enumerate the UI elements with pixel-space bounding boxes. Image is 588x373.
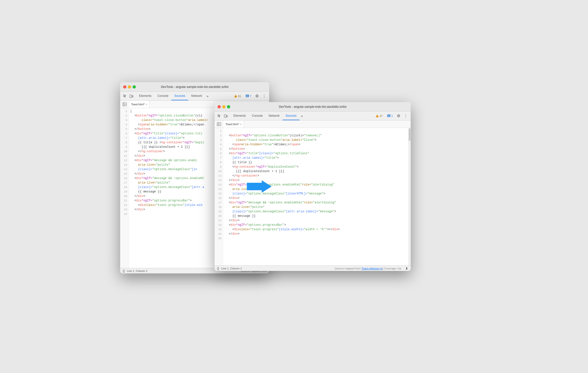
svg-rect-0: [130, 95, 132, 98]
file-tab-close-back[interactable]: ×: [146, 103, 147, 106]
code-line-18-front: aria-live="polite": [225, 205, 409, 209]
info-badge-front[interactable]: 1: [386, 114, 394, 118]
warning-count-front: 27: [380, 114, 383, 117]
code-line-3-front: class="toast-close-button" aria-label="C…: [225, 138, 409, 142]
svg-rect-7: [224, 115, 226, 117]
sidebar-toggle-back[interactable]: [122, 102, 127, 107]
more-tabs-front[interactable]: »: [299, 114, 304, 118]
more-options-front[interactable]: ⋮: [403, 113, 409, 118]
inspect-icon[interactable]: [122, 93, 128, 99]
maximize-button-front[interactable]: [227, 105, 230, 108]
code-line-6-front: <div *ngIf="title" [class]="options.titl…: [225, 151, 409, 156]
warning-icon-front: !: [375, 114, 379, 118]
minimize-button-front[interactable]: [222, 105, 225, 108]
code-line-17-front: <div *ngIf="message && !options.enableHt…: [225, 200, 409, 205]
toolbar-right-back: ! 61 7 ⚙ ⋮: [232, 94, 267, 98]
line-numbers-back: 1 2 3 4 5 6 7 8 9 10 11 12 13 14: [120, 108, 129, 268]
svg-rect-8: [226, 115, 227, 117]
line-numbers-front: 1 2 3 4 5 6 7 8 9 10 11 12 13 14: [215, 128, 223, 265]
devtools-tabs-front: Elements Console Network Sources »: [230, 112, 374, 120]
close-button-front[interactable]: [218, 105, 221, 108]
svg-rect-1: [132, 96, 133, 97]
tab-sources-front[interactable]: Sources: [283, 112, 299, 120]
window-content-front: Elements Console Network Sources »: [215, 112, 411, 271]
traffic-lights-back: [123, 85, 136, 88]
info-count-front: 1: [391, 114, 393, 117]
warning-badge-back[interactable]: ! 61: [232, 94, 243, 98]
scrollbar-front[interactable]: [408, 128, 411, 265]
tab-network-back[interactable]: Network: [188, 92, 205, 100]
maximize-button-back[interactable]: [133, 85, 136, 88]
file-tab-front[interactable]: Toast.html* ×: [223, 120, 244, 128]
tab-console-back[interactable]: Console: [154, 92, 171, 100]
devtools-tabs-back: Elements Console Sources Network »: [136, 92, 232, 100]
toolbar-icons-front: [217, 113, 228, 119]
settings-button-back[interactable]: ⚙: [254, 94, 260, 98]
devtools-window-front: DevTools - angular-sample-todo-list.stac…: [215, 102, 411, 271]
code-area-front: 1 2 3 4 5 6 7 8 9 10 11 12 13 14: [215, 128, 411, 265]
code-line-19-front: [class]="options.messageClass" [attr.ari…: [225, 209, 409, 214]
code-line-24-front: </div>: [225, 232, 409, 236]
code-line-9-front: <ng-container *ngIf="duplicatesCount">: [225, 165, 409, 169]
code-content-front: 1 2 3 4 5 6 7 8 9 10 11 12 13 14: [215, 128, 411, 265]
file-tabbar-front: Toast.html* ×: [215, 120, 411, 128]
tab-network-front[interactable]: Network: [266, 112, 283, 120]
code-line-4-front: <span aria-hidden="true">&times;</span>: [225, 142, 409, 147]
code-line-2-front: <button *ngIf="options.closeButton" (cli…: [225, 133, 409, 138]
close-button-back[interactable]: [123, 85, 126, 88]
window-title-front: DevTools - angular-sample-todo-list.stac…: [279, 105, 346, 109]
devtools-toolbar-back: Elements Console Sources Network »: [120, 92, 269, 101]
warning-icon-back: !: [234, 94, 237, 98]
info-badge-back[interactable]: 7: [244, 94, 253, 98]
blue-arrow: [247, 179, 272, 194]
info-icon-front: [387, 114, 391, 118]
sidebar-toggle-front[interactable]: [217, 122, 221, 127]
code-line-16-front: </div>: [225, 196, 409, 200]
file-tab-name-front: Toast.html*: [225, 123, 239, 126]
file-tab-back[interactable]: Toast.html* ×: [129, 101, 149, 108]
svg-text:!: !: [235, 95, 236, 97]
svg-rect-11: [217, 122, 221, 126]
more-tabs-back[interactable]: »: [205, 94, 210, 98]
settings-button-front[interactable]: ⚙: [396, 113, 401, 118]
tab-elements-front[interactable]: Elements: [230, 112, 249, 120]
svg-marker-6: [247, 180, 272, 193]
inspect-icon-front[interactable]: [217, 113, 222, 119]
status-bar-front: {} Line 1, Column 1 (source mapped from …: [215, 265, 411, 271]
titlebar-back: DevTools - angular-sample-todo-list.stac…: [120, 82, 269, 92]
format-icon-front[interactable]: {}: [217, 266, 219, 270]
tab-elements-back[interactable]: Elements: [136, 92, 154, 100]
tab-sources-back[interactable]: Sources: [171, 92, 188, 100]
cursor-position-front: Line 1, Column 1: [221, 267, 242, 270]
tab-console-front[interactable]: Console: [249, 112, 266, 120]
titlebar-front: DevTools - angular-sample-todo-list.stac…: [215, 102, 411, 112]
file-tab-close-front[interactable]: ×: [240, 123, 241, 126]
more-options-back[interactable]: ⋮: [261, 94, 267, 98]
minimize-button-back[interactable]: [128, 85, 131, 88]
code-line-10-front: [{{ duplicatesCount + 1 }}]: [225, 169, 409, 174]
code-line-7-front: [attr.aria-label]="title">: [225, 156, 409, 160]
code-line-11-front: </ng-container>: [225, 174, 409, 178]
format-icon-back[interactable]: {}: [123, 269, 125, 273]
code-line-5-front: </button>: [225, 147, 409, 151]
device-icon[interactable]: [129, 93, 134, 99]
svg-rect-10: [387, 114, 390, 117]
device-icon-front[interactable]: [223, 113, 228, 119]
warning-badge-front[interactable]: ! 27: [374, 114, 384, 118]
svg-text:!: !: [377, 115, 377, 117]
code-line-8-front: {{ title }}: [225, 160, 409, 165]
info-count-back: 7: [250, 95, 251, 98]
code-line-22-front: <div *ngIf="options.progressBar">: [225, 223, 409, 227]
code-line-20-front: {{ message }}: [225, 214, 409, 218]
source-map-link-front[interactable]: Toast.ngfactory.js: [361, 267, 382, 270]
code-line-23-front: <div class="toast-progress" [style.width…: [225, 227, 409, 232]
cursor-position-back: Line 1, Column 1: [127, 269, 147, 272]
toolbar-right-front: ! 27 1 ⚙ ⋮: [374, 113, 409, 118]
traffic-lights-front: [218, 105, 230, 108]
code-line-21-front: </div>: [225, 218, 409, 223]
source-map-front: (source mapped from Toast.ngfactory.js) …: [335, 267, 401, 270]
code-lines-front[interactable]: <button *ngIf="options.closeButton" (cli…: [223, 128, 411, 265]
scrollbar-thumb-front[interactable]: [409, 128, 410, 141]
scroll-icon-front[interactable]: ⬇: [405, 266, 408, 270]
file-tab-name-back: Toast.html*: [131, 103, 145, 106]
